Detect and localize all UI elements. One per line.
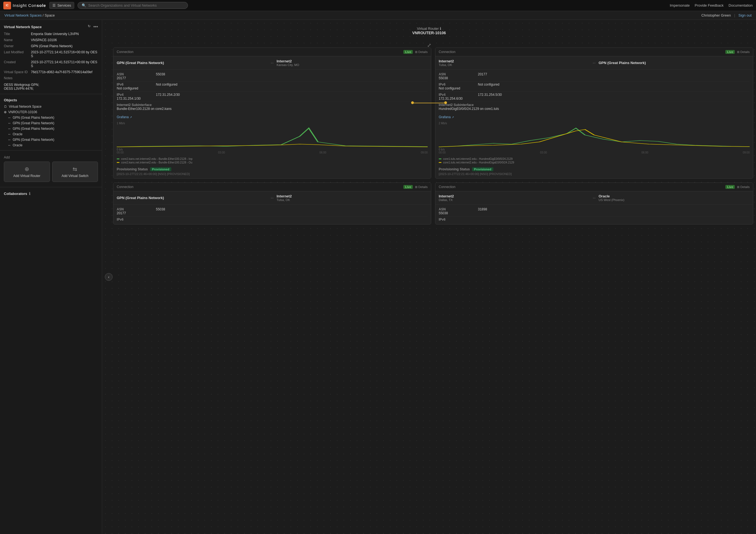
add-virtual-router-button[interactable]: ⊕ Add Virtual Router <box>4 161 50 182</box>
search-icon: 🔍 <box>82 3 86 8</box>
card-2-ep1: Internet2 Tulsa, OK <box>439 59 590 67</box>
card-3-details-button[interactable]: ⊞ Details <box>415 185 428 189</box>
card-2-asn-label: ASN <box>439 72 474 76</box>
search-input[interactable] <box>88 3 184 8</box>
card-4-ipv6-label: IPv6 <box>439 217 474 221</box>
card-2-legend-item-0: core1.tuls.net.internet2.edu - HundredGi… <box>439 157 750 160</box>
card-1-details-button[interactable]: ⊞ Details <box>415 50 428 54</box>
card-1-subinterface-label: Internet2 Subinterface <box>117 103 172 107</box>
card-1-ipv4-1: 172.31.254.1/30 <box>117 97 152 100</box>
card-2-ep1-loc: Tulsa, OK <box>439 63 590 67</box>
card-3-asn1: 20177 <box>117 211 152 215</box>
tree-root-item[interactable]: 🗋 Virtual Network Space <box>0 104 102 109</box>
card-2-subinterface-value: HundredGigE0/0/0/24.2129 on core1.tuls <box>439 107 499 111</box>
card-3-asn-label: ASN <box>117 207 152 211</box>
logo-mark: IC <box>3 2 11 9</box>
card-2-ep1-name: Internet2 <box>439 59 590 63</box>
card-2-chart-xticks: 00:00 03:00 06:00 09:00 <box>439 151 750 154</box>
sidebar-section-header: Virtual Network Space ↻ ••• <box>0 23 102 31</box>
card-1-arrow-icon: ↔ <box>270 61 275 66</box>
search-bar[interactable]: 🔍 <box>77 2 188 9</box>
card-2-chart: 2 Mb/s 0 b/s 00:00 03:00 06:00 09:00 <box>435 121 753 156</box>
card-1-ipv6-label: IPv6 <box>117 83 152 86</box>
card-4-fields: ASN 55038 31898 IPv6 <box>435 205 753 224</box>
card-2-prov-section: Provisioning Status Provisioned [2023-10… <box>435 166 753 178</box>
card-2-fields: ASN 55038 20177 IPv6 Not configured <box>435 70 753 113</box>
collapse-button[interactable]: ‹ <box>105 273 113 281</box>
card-3-live-badge: Live <box>403 185 413 189</box>
breadcrumb-current: Space <box>45 13 55 17</box>
card-1-grafana-link[interactable]: Grafana ↗ <box>113 113 431 121</box>
feedback-link[interactable]: Provide Feedback <box>695 3 724 8</box>
tree-conn-2[interactable]: ↔ GPN (Great Plains Network) <box>0 120 102 126</box>
card-4-badges: Live ⊞ Details <box>725 185 750 189</box>
tree-conn-1[interactable]: ↔ GPN (Great Plains Network) <box>0 115 102 120</box>
services-button[interactable]: ☰ Services <box>49 2 74 9</box>
card-2-external-link-icon: ↗ <box>452 116 454 119</box>
card-2-xtick-3: 09:00 <box>743 151 750 154</box>
tree-conn-label-2: GPN (Great Plains Network) <box>13 121 54 125</box>
card-4-asn-label: ASN <box>439 207 474 211</box>
connector-dot-right <box>444 101 447 104</box>
card-2-asn1: 55038 <box>439 76 474 80</box>
card-1-chart-ymin: 0 b/s <box>117 148 428 151</box>
card-3-ep1-name: GPN (Great Plains Network) <box>117 196 268 200</box>
card-1-live-badge: Live <box>403 50 413 54</box>
card-2-asn2: 20177 <box>478 72 487 76</box>
collaborators-info-icon[interactable]: ℹ <box>29 192 30 196</box>
card-1-legend-item-0: core2.kans.net.internet2.edu - Bundle-Et… <box>117 157 428 160</box>
card-3-asn2: 55038 <box>156 207 165 211</box>
connection-card-2: Connection Live ⊞ Details Internet2 Tuls… <box>435 47 753 179</box>
conn-icon-4: ↔ <box>8 132 11 136</box>
card-1-ipv4-field: IPv4 172.31.254.1/30 172.31.254.2/30 <box>117 92 428 102</box>
card-2-ipv4-label: IPv4 <box>439 93 474 97</box>
card-1-fields: ASN 20177 55038 IPv6 Not configured <box>113 70 431 113</box>
tree-conn-6[interactable]: ↔ Oracle <box>0 142 102 148</box>
card-3-ep2-name: Internet2 <box>277 194 428 198</box>
card-2-badges: Live ⊞ Details <box>725 50 750 54</box>
card-1-ep2-name: Internet2 <box>277 59 428 63</box>
card-2-endpoints: Internet2 Tulsa, OK ↔ GPN (Great Plains … <box>435 56 753 70</box>
tree-conn-label-4: Oracle <box>13 132 22 136</box>
breadcrumb-parent[interactable]: Virtual Network Spaces <box>4 13 42 17</box>
breadcrumb: Virtual Network Spaces / Space <box>4 13 55 17</box>
card-1-chart-xticks: 00:00 03:00 06:00 09:00 <box>117 151 428 154</box>
card-1-chart-legend: core2.kans.net.internet2.edu - Bundle-Et… <box>113 156 431 166</box>
canvas-area[interactable]: ‹ Virtual Router ℹ VNROUTER-10106 ⤢ Conn… <box>102 20 756 534</box>
field-title: Title Emporia State University L3VPN <box>0 31 102 37</box>
card-4-live-badge: Live <box>725 185 735 189</box>
card-1-ep1: GPN (Great Plains Network) <box>117 61 268 65</box>
add-virtual-switch-button[interactable]: ⇆ Add Virtual Switch <box>52 161 98 182</box>
tree-conn-3[interactable]: ↔ GPN (Great Plains Network) <box>0 126 102 131</box>
field-label-created: Created <box>4 60 29 68</box>
connection-card-4: Connection Live ⊞ Details Internet2 Dall… <box>435 183 753 224</box>
cards-grid: Connection Live ⊞ Details GPN (Great Pla… <box>113 47 753 227</box>
card-1-ipv4-label: IPv4 <box>117 93 152 97</box>
tree-conn-4[interactable]: ↔ Oracle <box>0 131 102 137</box>
card-header-1: Connection Live ⊞ Details <box>113 48 431 56</box>
card-1-badges: Live ⊞ Details <box>403 50 428 54</box>
sidebar: Virtual Network Space ↻ ••• Title Empori… <box>0 20 102 534</box>
signout-link[interactable]: Sign out <box>738 13 752 17</box>
vr-info-icon[interactable]: ℹ <box>440 26 441 31</box>
tree-router-item[interactable]: ⊕ VNROUTER-10106 <box>0 109 102 115</box>
refresh-icon[interactable]: ↻ <box>88 24 91 29</box>
card-4-details-button[interactable]: ⊞ Details <box>737 185 750 189</box>
sidebar-section-title: Virtual Network Space <box>4 25 42 29</box>
add-virtual-switch-icon: ⇆ <box>72 166 77 172</box>
field-value-modified: 2023-10-27T21:14:41.515716+00:00 by OESS <box>31 50 98 58</box>
impersonate-link[interactable]: Impersonate <box>670 3 690 8</box>
card-1-prov-header: Provisioning Status Provisioned <box>117 167 428 171</box>
card-2-details-button[interactable]: ⊞ Details <box>737 50 750 54</box>
tree-conn-5[interactable]: ↔ GPN (Great Plains Network) <box>0 137 102 142</box>
card-2-subinterface-field: Internet2 Subinterface HundredGigE0/0/0/… <box>439 102 750 112</box>
connector-line <box>413 103 446 103</box>
card-2-connection-label: Connection <box>439 50 455 54</box>
virtual-router-name: VNROUTER-10106 <box>412 31 446 35</box>
connector-dot-left <box>411 101 414 104</box>
card-2-grafana-link[interactable]: Grafana ↗ <box>435 113 753 121</box>
more-options-icon[interactable]: ••• <box>93 24 98 29</box>
field-value-owner: GPN (Great Plains Network) <box>31 44 72 48</box>
main-layout: Virtual Network Space ↻ ••• Title Empori… <box>0 20 756 534</box>
documentation-link[interactable]: Documentation <box>729 3 753 8</box>
